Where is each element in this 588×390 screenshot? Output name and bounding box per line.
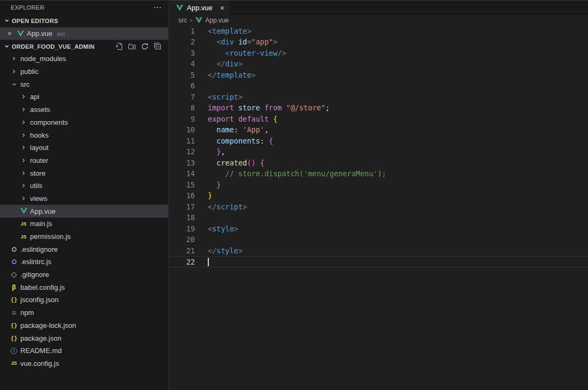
tree-item-permission-js[interactable]: JSpermission.js [0,230,168,243]
chevron-right-icon: › [19,93,28,101]
code-line-8[interactable]: 8import store from "@/store"; [169,102,588,114]
breadcrumb-file-app-vue[interactable]: App.vue [205,17,229,24]
line-content: <style> [195,223,238,235]
tree-item-assets[interactable]: ›assets [0,103,168,116]
tree-item-label: utils [30,182,42,190]
tree-item-components[interactable]: ›components [0,116,168,129]
tree-item-label: babel.config.js [20,283,65,291]
tree-item-label: assets [30,106,50,114]
tree-item-app-vue[interactable]: App.vue [0,205,168,218]
tree-item-src[interactable]: ›src [0,78,168,91]
tree-item-router[interactable]: ›router [0,154,168,167]
line-number: 10 [169,124,195,136]
explorer-title: EXPLORER [11,4,44,11]
code-line-13[interactable]: 13 created() { [169,158,588,169]
open-editor-item-app-vue[interactable]: × App.vue src [0,27,168,40]
chevron-right-icon: › [19,182,28,190]
code-line-2[interactable]: 2 <div id="app"> [169,36,588,48]
line-number: 22 [169,257,195,267]
code-line-21[interactable]: 21</style> [169,245,588,257]
chevron-right-icon: › [19,106,28,114]
line-number: 13 [169,158,195,169]
code-line-10[interactable]: 10 name: 'App', [169,124,588,136]
chevron-right-icon: › [19,156,28,164]
tree-item-label: vue.config.js [20,359,59,368]
code-line-7[interactable]: 7<script> [169,92,588,103]
tree-item-public[interactable]: ›public [0,65,168,78]
line-content: <router-view/> [195,48,286,59]
new-folder-button[interactable] [126,41,137,52]
tree-item--gitignore[interactable]: .gitignore [0,268,168,281]
line-number: 11 [169,136,195,147]
code-line-12[interactable]: 12 }, [169,146,588,158]
code-line-6[interactable]: 6 [169,80,588,92]
tree-item--eslintrc-js[interactable]: .eslintrc.js [0,256,168,268]
tree-item-utils[interactable]: ›utils [0,179,168,192]
line-number: 21 [169,245,195,257]
tree-item-label: layout [30,144,49,152]
code-line-1[interactable]: 1<template> [169,26,588,37]
tree-item-store[interactable]: ›store [0,167,168,179]
close-icon[interactable]: × [5,29,14,38]
tree-item-label: README.md [20,347,62,355]
json-icon: {} [10,296,18,304]
code-line-3[interactable]: 3 <router-view/> [169,48,588,59]
tree-item-node-modules[interactable]: ›node_modules [0,52,168,65]
new-file-button[interactable] [114,41,124,52]
tree-item-readme-md[interactable]: iREADME.md [0,344,168,357]
tree-item-api[interactable]: ›api [0,91,168,103]
line-number: 2 [169,36,195,48]
code-line-18[interactable]: 18 [169,212,588,223]
more-actions-icon[interactable]: ⋯ [154,5,162,10]
tree-item-views[interactable]: ›views [0,192,168,205]
tree-item-npm[interactable]: ≡npm [0,306,168,319]
tree-item-main-js[interactable]: JSmain.js [0,218,168,230]
tree-item-label: views [30,194,48,202]
open-editors-section-header[interactable]: › OPEN EDITORS [0,14,168,27]
tree-item-label: hooks [30,131,49,139]
line-content: <template> [195,26,251,37]
close-icon[interactable]: × [220,4,224,12]
tree-item-package-lock-json[interactable]: {}package-lock.json [0,319,168,332]
tab-app-vue[interactable]: App.vue × [169,1,230,15]
refresh-button[interactable] [139,41,150,52]
code-line-19[interactable]: 19<style> [169,223,588,235]
line-content [195,80,208,92]
code-line-22[interactable]: 22 [169,256,588,267]
tree-item-vue-config-js[interactable]: JSvue.config.js [0,357,168,370]
file-tree: ›node_modules›public›src›api›assets›comp… [0,52,168,390]
breadcrumb-folder-src[interactable]: src [178,17,187,24]
code-line-4[interactable]: 4 </div> [169,58,588,70]
code-line-17[interactable]: 17</script> [169,201,588,213]
line-content [195,234,208,245]
line-number: 9 [169,114,195,125]
tree-item-package-json[interactable]: {}package.json [0,332,168,344]
line-content: }, [195,146,225,158]
tree-item-jsconfig-json[interactable]: {}jsconfig.json [0,294,168,306]
code-line-9[interactable]: 9export default { [169,114,588,125]
line-content: <script> [195,92,243,103]
tree-item-hooks[interactable]: ›hooks [0,129,168,141]
tree-item-label: components [30,118,68,126]
code-line-11[interactable]: 11 components: { [169,136,588,147]
tree-item-babel-config-js[interactable]: βbabel.config.js [0,281,168,294]
code-line-5[interactable]: 5</template> [169,70,588,81]
project-section-header[interactable]: › ORDER_FOOD_VUE_ADMIN [0,40,168,52]
code-editor[interactable]: 1<template>2 <div id="app">3 <router-vie… [169,25,588,390]
chevron-down-icon: › [2,42,11,51]
code-line-20[interactable]: 20 [169,234,588,245]
code-line-15[interactable]: 15 } [169,179,588,191]
tab-label: App.vue [187,4,213,12]
line-content [195,257,209,267]
chevron-right-icon: › [19,194,28,202]
tree-item-label: public [20,68,39,76]
line-content: name: 'App', [195,124,269,136]
line-number: 15 [169,179,195,191]
tree-item--eslintignore[interactable]: .eslintignore [0,243,168,256]
code-line-16[interactable]: 16} [169,190,588,201]
tree-item-layout[interactable]: ›layout [0,141,168,154]
code-line-14[interactable]: 14 // store.dispatch('menu/generaMenu'); [169,168,588,179]
tree-item-label: .eslintrc.js [20,258,51,266]
collapse-all-button[interactable] [152,41,163,52]
tree-item-label: npm [20,309,34,317]
